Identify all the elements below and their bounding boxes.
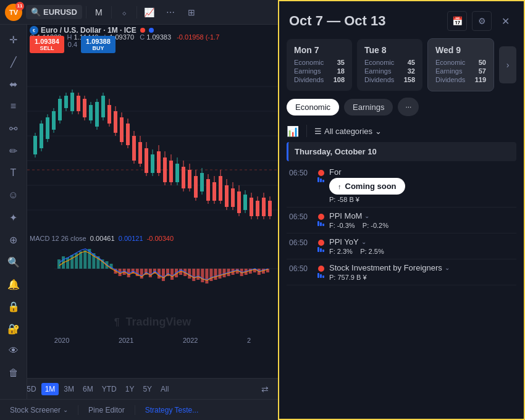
event-name-4[interactable]: Stock Investment by Foreigners ⌄ xyxy=(329,263,514,272)
compare-button[interactable]: ⇄ xyxy=(257,381,273,397)
alert-tool[interactable]: 🔔 xyxy=(4,274,23,294)
impact-indicator-1 xyxy=(318,170,324,176)
candlestick-chart xyxy=(27,62,278,235)
event-prior-3: P: 2.5% xyxy=(360,248,384,255)
separator-2 xyxy=(111,6,112,19)
coming-soon-tooltip: ↑ Coming soon xyxy=(329,178,405,195)
zoom-tool[interactable]: 🔍 xyxy=(4,252,23,272)
event-prior-2: P: -0.2% xyxy=(363,222,388,229)
event-name-3[interactable]: PPI YoY ⌄ xyxy=(329,237,514,246)
wed-dividends-value: 119 xyxy=(475,76,486,83)
app-logo[interactable]: TV 11 xyxy=(5,4,22,21)
bar-seg-3 xyxy=(322,180,324,182)
indicator-button[interactable]: ⬦ xyxy=(116,4,133,21)
svg-rect-88 xyxy=(66,258,69,269)
symbol-search[interactable]: 🔍 EURUSD xyxy=(26,5,82,19)
magnet-tool[interactable]: ✦ xyxy=(4,208,23,227)
year-2020: 2020 xyxy=(54,337,69,344)
lock-tool[interactable]: 🔒 xyxy=(4,296,23,316)
spread-value: 0.4 xyxy=(67,36,78,53)
filter-earnings[interactable]: Earnings xyxy=(344,99,393,116)
calendar-date-picker[interactable]: 📅 xyxy=(447,11,467,31)
timeframe-6m[interactable]: 6M xyxy=(79,383,97,395)
timeframe-3m[interactable]: 3M xyxy=(60,383,78,395)
event-expand-3[interactable]: ⌄ xyxy=(361,238,366,245)
close-button[interactable]: ✕ xyxy=(497,12,514,30)
filter-row: Economic Earnings ··· xyxy=(279,91,524,122)
events-list[interactable]: Thursday, October 10 06:50 For ↑ xyxy=(279,142,524,419)
filter-more[interactable]: ··· xyxy=(398,98,419,116)
buy-button[interactable]: 1.09388 BUY xyxy=(81,36,116,53)
event-item-1: 06:50 For ↑ Coming soon xyxy=(287,164,516,208)
day-card-tue[interactable]: Tue 8 Economic 45 Earnings 32 Dividends … xyxy=(357,39,422,91)
mon-dividends-row: Dividends 108 xyxy=(294,76,345,83)
timeframe-1y[interactable]: 1Y xyxy=(122,383,138,395)
separator-1 xyxy=(86,6,86,19)
chart-panel: TV 11 🔍 EURUSD M ⬦ 📈 ⋯ ⊞ ✛ ╱ ⬌ ≡ ⚯ ✏ T ☺… xyxy=(0,0,278,420)
event-name-2[interactable]: PPI MoM ⌄ xyxy=(329,211,514,220)
year-2021: 2021 xyxy=(119,337,133,344)
day-card-mon[interactable]: Mon 7 Economic 35 Earnings 18 Dividends … xyxy=(287,39,352,91)
bar-seg-4 xyxy=(317,221,319,226)
bottom-tabs: Stock Screener ⌄ Pine Editor Strategy Te… xyxy=(0,399,278,420)
svg-rect-117 xyxy=(192,269,195,281)
bar-seg-7 xyxy=(317,247,319,252)
fibonacci-tool[interactable]: ≡ xyxy=(4,96,23,116)
emoji-tool[interactable]: ☺ xyxy=(4,185,23,205)
event-time-1: 06:50 xyxy=(289,167,313,177)
mon-title: Mon 7 xyxy=(294,45,345,55)
line-tool[interactable]: ╱ xyxy=(4,52,23,72)
eye-tool[interactable]: 👁 xyxy=(4,341,23,361)
brush-tool[interactable]: ✏ xyxy=(4,141,23,161)
ruler-tool[interactable]: ⊕ xyxy=(4,230,23,250)
bar-seg-10 xyxy=(317,273,319,278)
strategy-tester-label: Strategy Teste... xyxy=(145,406,199,414)
event-item-3: 06:50 PPI YoY ⌄ F: 2.3% P: 2.5% xyxy=(287,233,516,259)
timeframe-1m[interactable]: 1M xyxy=(41,383,59,395)
measure-tool[interactable]: ⬌ xyxy=(4,74,23,94)
day-card-wed[interactable]: Wed 9 Economic 50 Earnings 57 Dividends … xyxy=(427,38,494,91)
wed-dividends-row: Dividends 119 xyxy=(435,76,486,83)
event-indicators-3 xyxy=(317,237,324,252)
timeframe-ytd[interactable]: YTD xyxy=(98,383,120,395)
event-expand-4[interactable]: ⌄ xyxy=(445,264,450,271)
timeframe-all[interactable]: All xyxy=(157,383,172,395)
lock2-tool[interactable]: 🔐 xyxy=(4,319,23,338)
svg-rect-112 xyxy=(170,269,174,280)
trash-tool[interactable]: 🗑 xyxy=(4,363,23,383)
pine-editor-tab[interactable]: Pine Editor xyxy=(83,404,130,416)
timeframe-button[interactable]: M xyxy=(90,4,107,21)
day-cards-next[interactable]: › xyxy=(499,46,516,83)
category-selector[interactable]: ☰ All categories ⌄ xyxy=(314,127,382,136)
calendar-settings[interactable]: ⚙ xyxy=(472,11,492,31)
event-item-2: 06:50 PPI MoM ⌄ F: -0.3% P: -0.2% xyxy=(287,208,516,233)
timeframe-5y[interactable]: 5Y xyxy=(139,383,156,395)
text-tool[interactable]: T xyxy=(4,163,23,183)
svg-rect-107 xyxy=(149,269,152,277)
filter-economic[interactable]: Economic xyxy=(287,99,339,116)
mon-earnings-label: Earnings xyxy=(294,67,321,75)
more-button[interactable]: ⋯ xyxy=(162,4,179,21)
cursor-tool[interactable]: ✛ xyxy=(4,30,23,49)
c-label: C xyxy=(140,33,145,41)
pattern-tool[interactable]: ⚯ xyxy=(4,119,23,138)
coming-soon-container: ↑ Coming soon xyxy=(329,177,514,195)
mon-earnings-value: 18 xyxy=(337,67,345,75)
tue-dividends-row: Dividends 158 xyxy=(364,76,415,83)
chart-type-button[interactable]: 📈 xyxy=(141,4,158,21)
sell-button[interactable]: 1.09384 SELL xyxy=(30,36,64,53)
event-indicators-1 xyxy=(317,167,324,182)
macd-histogram xyxy=(54,244,278,293)
event-item-4: 06:50 Stock Investment by Foreigners ⌄ P… xyxy=(287,259,516,285)
event-expand-2[interactable]: ⌄ xyxy=(364,212,369,219)
bar-seg-1 xyxy=(317,177,319,182)
wed-title: Wed 9 xyxy=(435,45,486,55)
layout-button[interactable]: ⊞ xyxy=(183,4,200,21)
bar-indicator-3 xyxy=(317,247,324,252)
strategy-tester-tab[interactable]: Strategy Teste... xyxy=(140,404,204,416)
stock-screener-tab[interactable]: Stock Screener ⌄ xyxy=(5,404,73,416)
tue-earnings-label: Earnings xyxy=(364,67,391,75)
tue-earnings-row: Earnings 32 xyxy=(364,67,415,75)
mon-economic-value: 35 xyxy=(337,59,345,66)
event-time-2: 06:50 xyxy=(289,211,313,221)
